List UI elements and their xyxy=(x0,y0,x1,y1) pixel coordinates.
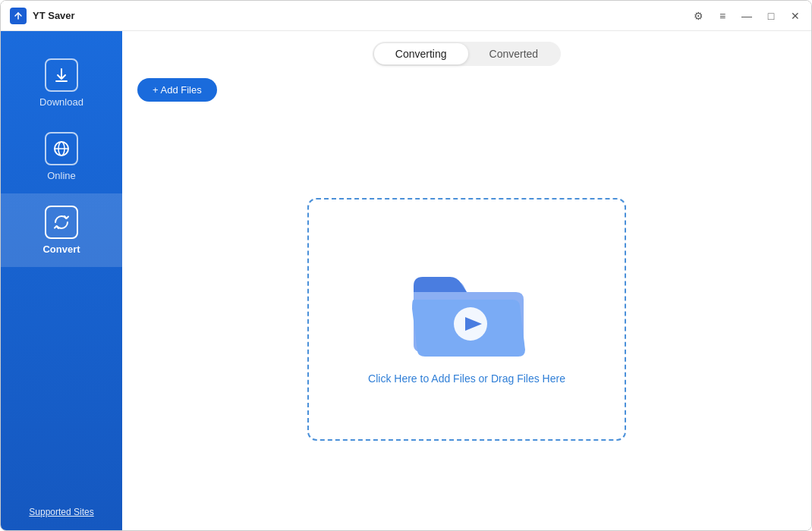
maximize-button[interactable]: □ xyxy=(764,9,778,23)
sidebar-item-online-label: Online xyxy=(47,170,76,181)
drop-zone-text: Click Here to Add Files or Drag Files He… xyxy=(368,372,565,385)
tab-converted[interactable]: Converted xyxy=(468,43,560,64)
settings-icon[interactable]: ⚙ xyxy=(691,9,705,23)
close-button[interactable]: ✕ xyxy=(788,9,802,23)
folder-icon xyxy=(406,254,527,360)
add-files-button[interactable]: + Add Files xyxy=(137,78,217,102)
sidebar-item-download-label: Download xyxy=(39,96,83,108)
sidebar-item-convert-label: Convert xyxy=(42,244,80,255)
title-bar: YT Saver ⚙ ≡ — □ ✕ xyxy=(1,1,811,31)
main-layout: Download Online xyxy=(1,31,811,530)
window-controls: ⚙ ≡ — □ ✕ xyxy=(691,9,802,23)
tab-group: Converting Converted xyxy=(373,42,561,66)
tab-converting[interactable]: Converting xyxy=(374,43,468,64)
tab-bar: Converting Converted xyxy=(122,31,811,66)
app-title: YT Saver xyxy=(33,10,691,21)
sidebar-footer: Supported Sites xyxy=(1,492,122,530)
drop-zone-container: Click Here to Add Files or Drag Files He… xyxy=(122,108,811,530)
convert-icon-box xyxy=(45,206,78,239)
download-icon-box xyxy=(45,58,78,92)
minimize-button[interactable]: — xyxy=(740,9,754,23)
sidebar: Download Online xyxy=(1,31,122,530)
online-icon-box xyxy=(45,132,78,165)
sidebar-item-convert[interactable]: Convert xyxy=(1,193,122,267)
toolbar: + Add Files xyxy=(122,66,811,108)
menu-icon[interactable]: ≡ xyxy=(716,9,729,23)
drop-zone[interactable]: Click Here to Add Files or Drag Files He… xyxy=(307,198,626,441)
content-area: Converting Converted + Add Files xyxy=(122,31,811,530)
sidebar-item-online[interactable]: Online xyxy=(1,120,122,193)
app-logo xyxy=(10,8,27,24)
supported-sites-link[interactable]: Supported Sites xyxy=(29,507,93,517)
sidebar-item-download[interactable]: Download xyxy=(1,46,122,120)
